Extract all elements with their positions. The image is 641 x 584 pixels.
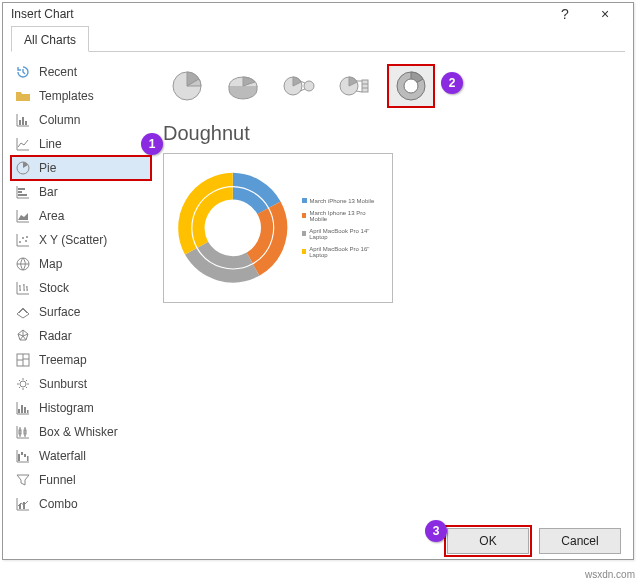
treemap-icon bbox=[15, 352, 31, 368]
sidebar-item-label: Pie bbox=[39, 161, 56, 175]
sidebar-item-histogram[interactable]: Histogram bbox=[11, 396, 151, 420]
combo-icon bbox=[15, 496, 31, 512]
sidebar-item-label: X Y (Scatter) bbox=[39, 233, 107, 247]
sidebar-item-bar[interactable]: Bar bbox=[11, 180, 151, 204]
dialog-body: Recent Templates Column Line 1 Pie bbox=[3, 52, 633, 524]
titlebar: Insert Chart ? × bbox=[3, 3, 633, 26]
legend-swatch bbox=[302, 231, 307, 236]
sidebar-item-label: Map bbox=[39, 257, 62, 271]
svg-point-13 bbox=[20, 381, 26, 387]
chart-preview[interactable]: March iPhone 13 Mobile March Iphone 13 P… bbox=[163, 153, 393, 303]
subtype-doughnut[interactable] bbox=[387, 64, 435, 108]
sidebar-item-surface[interactable]: Surface bbox=[11, 300, 151, 324]
scatter-icon bbox=[15, 232, 31, 248]
svg-rect-20 bbox=[18, 454, 20, 461]
sidebar-item-label: Treemap bbox=[39, 353, 87, 367]
sidebar-item-funnel[interactable]: Funnel bbox=[11, 468, 151, 492]
legend-label: April MacBook Pro 16" Laptop bbox=[309, 246, 384, 258]
legend-label: March iPhone 13 Mobile bbox=[310, 198, 375, 204]
pie-subtype-row: 2 bbox=[163, 60, 625, 118]
svg-point-29 bbox=[304, 81, 314, 91]
sidebar-item-label: Combo bbox=[39, 497, 78, 511]
histogram-icon bbox=[15, 400, 31, 416]
svg-rect-31 bbox=[362, 80, 368, 92]
svg-point-7 bbox=[19, 241, 21, 243]
sidebar-item-combo[interactable]: Combo bbox=[11, 492, 151, 516]
sidebar-item-recent[interactable]: Recent bbox=[11, 60, 151, 84]
sidebar-item-area[interactable]: Area bbox=[11, 204, 151, 228]
funnel-icon bbox=[15, 472, 31, 488]
legend-swatch bbox=[302, 198, 307, 203]
sidebar-item-label: Waterfall bbox=[39, 449, 86, 463]
sidebar-item-scatter[interactable]: X Y (Scatter) bbox=[11, 228, 151, 252]
sidebar-item-label: Funnel bbox=[39, 473, 76, 487]
subtype-3d-pie[interactable] bbox=[219, 64, 267, 108]
sidebar-item-label: Histogram bbox=[39, 401, 94, 415]
chart-type-sidebar: Recent Templates Column Line 1 Pie bbox=[11, 60, 151, 516]
svg-rect-5 bbox=[18, 191, 22, 193]
dialog-title: Insert Chart bbox=[11, 7, 545, 21]
subtype-bar-of-pie[interactable] bbox=[331, 64, 379, 108]
column-icon bbox=[15, 112, 31, 128]
sidebar-item-boxwhisker[interactable]: Box & Whisker bbox=[11, 420, 151, 444]
sidebar-item-label: Surface bbox=[39, 305, 80, 319]
sidebar-item-stock[interactable]: Stock bbox=[11, 276, 151, 300]
cancel-button[interactable]: Cancel bbox=[539, 528, 621, 554]
callout-3: 3 bbox=[425, 520, 447, 542]
svg-rect-0 bbox=[19, 120, 21, 125]
dialog-footer: 3 OK Cancel bbox=[3, 524, 633, 559]
sidebar-item-waterfall[interactable]: Waterfall bbox=[11, 444, 151, 468]
sidebar-item-radar[interactable]: Radar bbox=[11, 324, 151, 348]
legend-label: April MacBook Pro 14" Laptop bbox=[309, 228, 384, 240]
ok-button[interactable]: OK bbox=[447, 528, 529, 554]
surface-icon bbox=[15, 304, 31, 320]
sidebar-item-map[interactable]: Map bbox=[11, 252, 151, 276]
sunburst-icon bbox=[15, 376, 31, 392]
svg-point-9 bbox=[25, 240, 27, 242]
chart-legend: March iPhone 13 Mobile March Iphone 13 P… bbox=[302, 198, 384, 258]
recent-icon bbox=[15, 64, 31, 80]
sidebar-item-label: Recent bbox=[39, 65, 77, 79]
legend-item: March iPhone 13 Mobile bbox=[302, 198, 384, 204]
svg-rect-15 bbox=[21, 405, 23, 413]
sidebar-item-label: Templates bbox=[39, 89, 94, 103]
sidebar-item-label: Area bbox=[39, 209, 64, 223]
box-whisker-icon bbox=[15, 424, 31, 440]
sidebar-item-label: Stock bbox=[39, 281, 69, 295]
svg-rect-21 bbox=[21, 452, 23, 455]
svg-point-10 bbox=[26, 236, 28, 238]
tab-all-charts[interactable]: All Charts bbox=[11, 26, 89, 52]
subtype-pie-of-pie[interactable] bbox=[275, 64, 323, 108]
subtype-pie[interactable] bbox=[163, 64, 211, 108]
chart-subtype-title: Doughnut bbox=[163, 122, 625, 145]
callout-1: 1 bbox=[141, 133, 163, 155]
waterfall-icon bbox=[15, 448, 31, 464]
legend-item: April MacBook Pro 14" Laptop bbox=[302, 228, 384, 240]
sidebar-item-treemap[interactable]: Treemap bbox=[11, 348, 151, 372]
map-icon bbox=[15, 256, 31, 272]
legend-label: March Iphone 13 Pro Mobile bbox=[309, 210, 384, 222]
sidebar-item-sunburst[interactable]: Sunburst bbox=[11, 372, 151, 396]
insert-chart-dialog: Insert Chart ? × All Charts Recent Templ… bbox=[2, 2, 634, 560]
help-button[interactable]: ? bbox=[545, 6, 585, 22]
doughnut-preview-icon bbox=[172, 163, 294, 293]
stock-icon bbox=[15, 280, 31, 296]
svg-rect-4 bbox=[18, 188, 25, 190]
svg-rect-6 bbox=[18, 194, 27, 196]
svg-rect-1 bbox=[22, 117, 24, 125]
sidebar-item-line[interactable]: Line 1 bbox=[11, 132, 151, 156]
sidebar-item-label: Column bbox=[39, 113, 80, 127]
sidebar-item-templates[interactable]: Templates bbox=[11, 84, 151, 108]
sidebar-item-column[interactable]: Column bbox=[11, 108, 151, 132]
svg-point-8 bbox=[22, 237, 24, 239]
close-button[interactable]: × bbox=[585, 6, 625, 22]
radar-icon bbox=[15, 328, 31, 344]
sidebar-item-label: Bar bbox=[39, 185, 58, 199]
sidebar-item-pie[interactable]: Pie bbox=[11, 156, 151, 180]
svg-rect-17 bbox=[27, 410, 29, 413]
svg-rect-23 bbox=[27, 456, 29, 461]
main-panel: 2 Doughnut bbox=[163, 60, 625, 516]
svg-rect-16 bbox=[24, 407, 26, 413]
svg-rect-2 bbox=[25, 121, 27, 125]
legend-item: March Iphone 13 Pro Mobile bbox=[302, 210, 384, 222]
